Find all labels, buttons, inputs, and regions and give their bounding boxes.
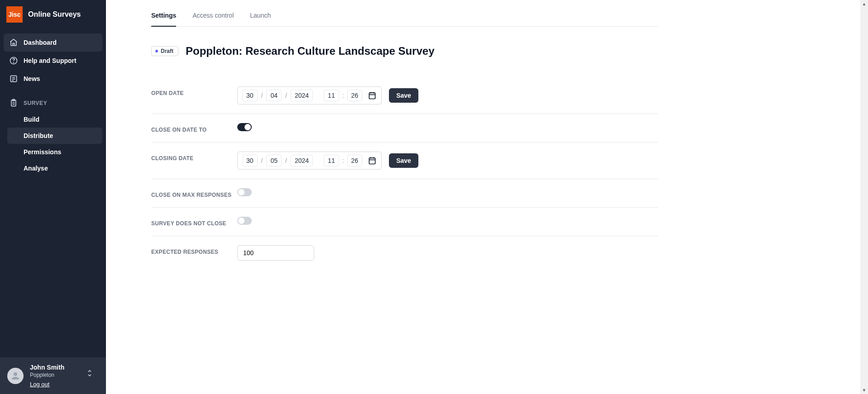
closing-date-hour[interactable]: 11: [324, 155, 339, 166]
window-scrollbar[interactable]: ▲ ▼: [860, 0, 868, 394]
open-date-group: 30 / 04 / 2024 11 : 26: [237, 86, 382, 104]
status-badge: Draft: [151, 46, 178, 56]
tabs: Settings Access control Launch: [151, 0, 658, 27]
open-date-minute[interactable]: 26: [347, 90, 363, 101]
toggle-close-on-max[interactable]: [237, 188, 252, 196]
svg-rect-11: [369, 93, 375, 99]
brand: Jisc Online Surveys: [0, 0, 106, 29]
sidebar-item-build[interactable]: Build: [18, 111, 102, 128]
sidebar-item-permissions[interactable]: Permissions: [18, 144, 102, 160]
control-expected-responses: [237, 245, 658, 261]
svg-rect-15: [369, 158, 375, 164]
control-close-on-date-to: [237, 123, 658, 131]
sidebar-item-distribute[interactable]: Distribute: [7, 128, 102, 144]
row-close-on-date-to: CLOSE ON DATE TO: [151, 114, 658, 142]
sidebar-item-analyse[interactable]: Analyse: [18, 160, 102, 176]
row-expected-responses: EXPECTED RESPONSES: [151, 236, 658, 270]
org-switcher-icon[interactable]: [87, 369, 92, 377]
tab-launch[interactable]: Launch: [250, 12, 271, 26]
closing-date-minute[interactable]: 26: [347, 155, 363, 166]
toggle-knob: [238, 189, 245, 195]
logout-link[interactable]: Log out: [30, 381, 64, 388]
news-icon: [9, 74, 18, 83]
control-open-date: 30 / 04 / 2024 11 : 26 Save: [237, 86, 658, 104]
calendar-icon[interactable]: [368, 91, 377, 100]
expected-responses-input[interactable]: [237, 245, 314, 261]
label-open-date: OPEN DATE: [151, 86, 237, 96]
sidebar-section-label: SURVEY: [24, 100, 47, 106]
closing-date-month[interactable]: 05: [266, 155, 282, 166]
status-dot-icon: [155, 50, 158, 52]
home-icon: [9, 38, 18, 47]
colon-sep: :: [342, 92, 345, 99]
row-survey-no-close: SURVEY DOES NOT CLOSE: [151, 208, 658, 236]
sidebar-item-news[interactable]: News: [4, 70, 102, 88]
colon-sep: :: [342, 157, 345, 164]
brand-logo: Jisc: [6, 6, 23, 23]
sidebar-item-label: News: [24, 75, 40, 82]
open-date-hour[interactable]: 11: [324, 90, 339, 101]
scroll-down-arrow-icon[interactable]: ▼: [860, 386, 868, 394]
label-closing-date: CLOSING DATE: [151, 152, 237, 161]
save-open-date-button[interactable]: Save: [389, 88, 418, 103]
sidebar: Jisc Online Surveys Dashboard Help and S…: [0, 0, 106, 394]
sidebar-item-label: Help and Support: [24, 57, 77, 64]
sidebar-item-help[interactable]: Help and Support: [4, 52, 102, 70]
sidebar-subnav: Build Distribute Permissions Analyse: [4, 111, 102, 176]
brand-title: Online Surveys: [28, 10, 81, 19]
sidebar-section-survey: SURVEY: [4, 88, 102, 111]
open-date-year[interactable]: 2024: [291, 90, 313, 101]
label-close-on-date-to: CLOSE ON DATE TO: [151, 123, 237, 133]
clipboard-icon: [9, 99, 18, 108]
row-close-on-max: CLOSE ON MAX RESPONSES: [151, 179, 658, 208]
open-date-day[interactable]: 30: [242, 90, 258, 101]
user-meta: John Smith Poppleton Log out: [30, 364, 64, 388]
row-closing-date: CLOSING DATE 30 / 05 / 2024 11 : 26: [151, 142, 658, 179]
row-open-date: OPEN DATE 30 / 04 / 2024 11 : 26: [151, 77, 658, 114]
closing-date-year[interactable]: 2024: [291, 155, 313, 166]
closing-date-group: 30 / 05 / 2024 11 : 26: [237, 152, 382, 170]
svg-point-1: [14, 62, 14, 63]
content-inner: Settings Access control Launch Draft Pop…: [151, 0, 658, 270]
slash-sep: /: [284, 92, 288, 99]
toggle-knob: [245, 124, 251, 130]
control-survey-no-close: [237, 217, 658, 225]
title-row: Draft Poppleton: Research Culture Landsc…: [151, 45, 658, 57]
user-org: Poppleton: [30, 372, 64, 378]
label-survey-no-close: SURVEY DOES NOT CLOSE: [151, 217, 237, 227]
control-close-on-max: [237, 188, 658, 196]
user-name: John Smith: [30, 364, 64, 371]
scroll-up-arrow-icon[interactable]: ▲: [860, 0, 868, 8]
slash-sep: /: [260, 157, 264, 164]
sidebar-item-dashboard[interactable]: Dashboard: [4, 33, 102, 52]
avatar: [7, 368, 24, 384]
main-content: Settings Access control Launch Draft Pop…: [106, 0, 868, 394]
save-closing-date-button[interactable]: Save: [389, 153, 418, 168]
toggle-close-on-date[interactable]: [237, 123, 252, 131]
app-root: Jisc Online Surveys Dashboard Help and S…: [0, 0, 868, 394]
open-date-month[interactable]: 04: [266, 90, 282, 101]
slash-sep: /: [260, 92, 264, 99]
label-expected-responses: EXPECTED RESPONSES: [151, 245, 237, 255]
closing-date-day[interactable]: 30: [242, 155, 258, 166]
sidebar-footer: John Smith Poppleton Log out: [0, 357, 106, 394]
toggle-survey-no-close[interactable]: [237, 217, 252, 225]
svg-point-10: [14, 372, 17, 376]
tab-access-control[interactable]: Access control: [192, 12, 234, 26]
sidebar-item-label: Dashboard: [24, 39, 57, 46]
calendar-icon[interactable]: [368, 156, 377, 165]
label-close-on-max: CLOSE ON MAX RESPONSES: [151, 188, 237, 198]
status-label: Draft: [161, 48, 173, 54]
control-closing-date: 30 / 05 / 2024 11 : 26 Save: [237, 152, 658, 170]
primary-nav: Dashboard Help and Support News SURVEY: [0, 33, 106, 176]
page-title: Poppleton: Research Culture Landscape Su…: [186, 45, 434, 57]
help-icon: [9, 56, 18, 65]
toggle-knob: [238, 218, 245, 224]
slash-sep: /: [284, 157, 288, 164]
tab-settings[interactable]: Settings: [151, 12, 176, 26]
